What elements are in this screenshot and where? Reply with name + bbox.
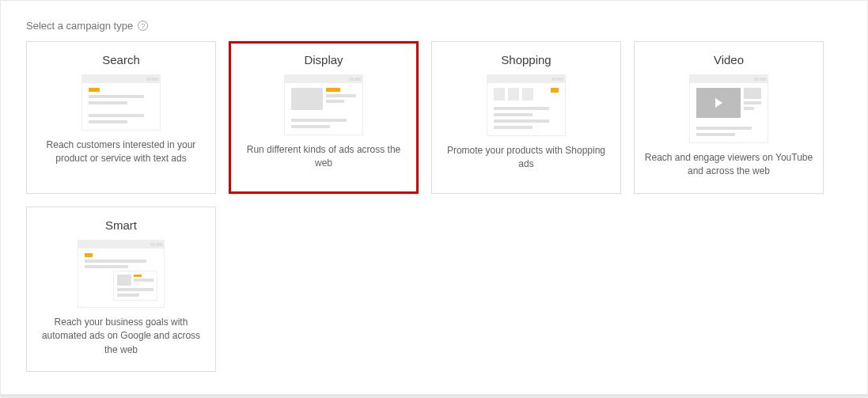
campaign-type-panel: Select a campaign type ? Search Reach cu… — [0, 0, 868, 395]
footer-actions: CONTINUE CANCEL — [0, 395, 868, 398]
shopping-thumb — [487, 74, 566, 136]
card-search[interactable]: Search Reach customers interested in you… — [26, 41, 216, 194]
card-title: Display — [304, 53, 343, 66]
campaign-cards: Search Reach customers interested in you… — [26, 41, 842, 372]
card-desc: Reach customers interested in your produ… — [36, 138, 206, 166]
card-shopping[interactable]: Shopping Promote your products with — [431, 41, 621, 194]
play-icon — [696, 88, 741, 118]
card-smart[interactable]: Smart — [26, 207, 216, 372]
card-video[interactable]: Video Reach an — [634, 41, 824, 194]
card-title: Smart — [105, 218, 137, 232]
card-desc: Promote your products with Shopping ads — [442, 144, 611, 172]
display-thumb — [284, 74, 363, 135]
card-desc: Reach and engage viewers on YouTube and … — [644, 151, 813, 179]
search-thumb — [81, 74, 161, 131]
section-title: Select a campaign type — [26, 20, 133, 32]
card-title: Shopping — [501, 53, 551, 66]
card-title: Search — [102, 53, 140, 66]
video-thumb — [689, 74, 768, 143]
smart-thumb — [78, 240, 165, 308]
section-title-row: Select a campaign type ? — [26, 20, 842, 32]
card-desc: Reach your business goals with automated… — [36, 316, 206, 357]
card-display[interactable]: Display Run di — [229, 41, 419, 194]
help-icon[interactable]: ? — [138, 21, 148, 31]
card-desc: Run different kinds of ads across the we… — [239, 143, 408, 171]
card-title: Video — [714, 53, 744, 66]
